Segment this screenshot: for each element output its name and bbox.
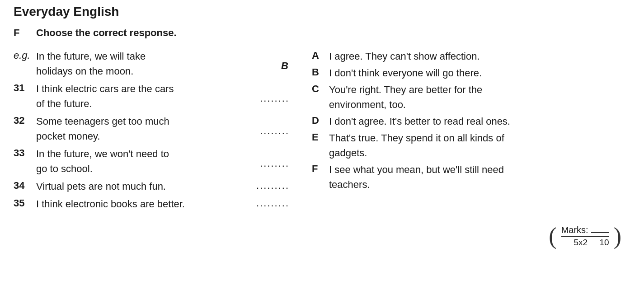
question-row-35: 35I think electronic books are better...… xyxy=(14,196,294,211)
right-bracket: ) xyxy=(614,224,621,248)
question-answer-33: ........ xyxy=(253,146,294,169)
question-answer-31: ........ xyxy=(253,81,294,104)
section-instruction: F Choose the correct response. xyxy=(14,27,630,39)
response-row-E: EThat's true. They spend it on all kinds… xyxy=(312,131,630,160)
question-number-eg: e.g. xyxy=(14,49,36,61)
response-row-A: AI agree. They can't show affection. xyxy=(312,49,630,64)
questions-column: e.g.In the future, we will takeholidays … xyxy=(14,49,294,214)
question-row-34: 34Virtual pets are not much fun.........… xyxy=(14,179,294,194)
response-row-C: CYou're right. They are better for theen… xyxy=(312,82,630,112)
response-row-D: DI don't agree. It's better to read real… xyxy=(312,114,630,129)
marks-bracket: ( Marks: 5x2 10 ) xyxy=(549,223,621,249)
response-letter-C: C xyxy=(312,82,329,95)
question-text-32: Some teenagers get too muchpocket money. xyxy=(36,114,253,144)
question-answer-34: ......... xyxy=(253,179,294,192)
marks-multiplier: 5x2 xyxy=(573,238,588,247)
question-text-33: In the future, we won't need togo to sch… xyxy=(36,146,253,176)
marks-denominator: 5x2 10 xyxy=(561,236,609,248)
response-text-E: That's true. They spend it on all kinds … xyxy=(329,131,630,160)
response-text-B: I don't think everyone will go there. xyxy=(329,65,630,80)
question-number-31: 31 xyxy=(14,81,36,94)
question-answer-35: ......... xyxy=(253,196,294,209)
response-text-F: I see what you mean, but we'll still nee… xyxy=(329,162,630,192)
question-answer-32: ........ xyxy=(253,114,294,137)
question-text-eg: In the future, we will takeholidays on t… xyxy=(36,49,253,79)
question-row-33: 33In the future, we won't need togo to s… xyxy=(14,146,294,176)
question-number-32: 32 xyxy=(14,114,36,126)
marks-score-line xyxy=(591,232,609,233)
response-letter-E: E xyxy=(312,131,329,143)
response-text-D: I don't agree. It's better to read real … xyxy=(329,114,630,129)
marks-total: 10 xyxy=(600,238,609,247)
instruction-text: Choose the correct response. xyxy=(36,27,177,39)
question-number-34: 34 xyxy=(14,179,36,192)
response-row-F: FI see what you mean, but we'll still ne… xyxy=(312,162,630,192)
response-letter-B: B xyxy=(312,65,329,78)
question-text-34: Virtual pets are not much fun. xyxy=(36,179,253,194)
responses-column: AI agree. They can't show affection.BI d… xyxy=(294,49,630,214)
response-letter-D: D xyxy=(312,114,329,126)
response-letter-A: A xyxy=(312,49,329,61)
question-row-32: 32Some teenagers get too muchpocket mone… xyxy=(14,114,294,144)
response-text-A: I agree. They can't show affection. xyxy=(329,49,630,64)
response-row-B: BI don't think everyone will go there. xyxy=(312,65,630,80)
question-text-31: I think electric cars are the carsof the… xyxy=(36,81,253,111)
question-row-eg: e.g.In the future, we will takeholidays … xyxy=(14,49,294,79)
marks-inner: Marks: 5x2 10 xyxy=(557,223,614,249)
main-content: e.g.In the future, we will takeholidays … xyxy=(14,49,630,214)
response-text-C: You're right. They are better for theenv… xyxy=(329,82,630,112)
question-row-31: 31I think electric cars are the carsof t… xyxy=(14,81,294,111)
response-letter-F: F xyxy=(312,162,329,175)
question-answer-eg: B xyxy=(253,49,294,72)
marks-label: Marks: xyxy=(561,225,588,235)
question-number-33: 33 xyxy=(14,146,36,159)
left-bracket: ( xyxy=(549,224,556,248)
question-number-35: 35 xyxy=(14,196,36,209)
marks-top: Marks: xyxy=(561,225,609,235)
marks-section: ( Marks: 5x2 10 ) xyxy=(14,223,630,249)
question-text-35: I think electronic books are better. xyxy=(36,196,253,211)
instruction-letter: F xyxy=(14,27,27,39)
page-title: Everyday English xyxy=(14,5,630,19)
